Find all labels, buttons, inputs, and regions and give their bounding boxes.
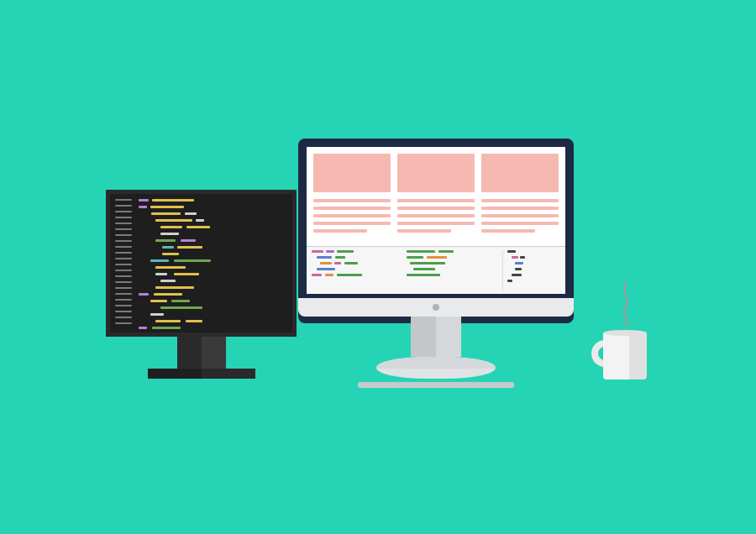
devtools-elements [312,250,400,291]
layout-column [397,154,475,246]
devtools-styles [407,250,495,291]
coffee-mug [603,332,647,380]
design-monitor-chin [298,298,574,317]
design-monitor-screen [307,147,565,294]
design-monitor-base [376,357,496,379]
content-block [397,154,475,192]
code-editor-content [139,199,287,327]
design-monitor-neck [411,317,461,357]
code-monitor-stand [177,337,226,369]
webpage-preview [307,147,565,246]
code-monitor-screen [106,190,297,337]
mug-rim [603,330,647,336]
steam-icon [617,281,634,327]
layout-column [313,154,391,246]
keyboard [358,382,514,388]
devtools-panel [307,246,565,294]
layout-column [481,154,559,246]
devtools-tree [502,250,560,291]
content-block [481,154,559,192]
content-block [313,154,391,192]
line-number-gutter [115,199,132,327]
code-monitor-base [148,369,255,379]
webcam-dot [433,304,439,311]
